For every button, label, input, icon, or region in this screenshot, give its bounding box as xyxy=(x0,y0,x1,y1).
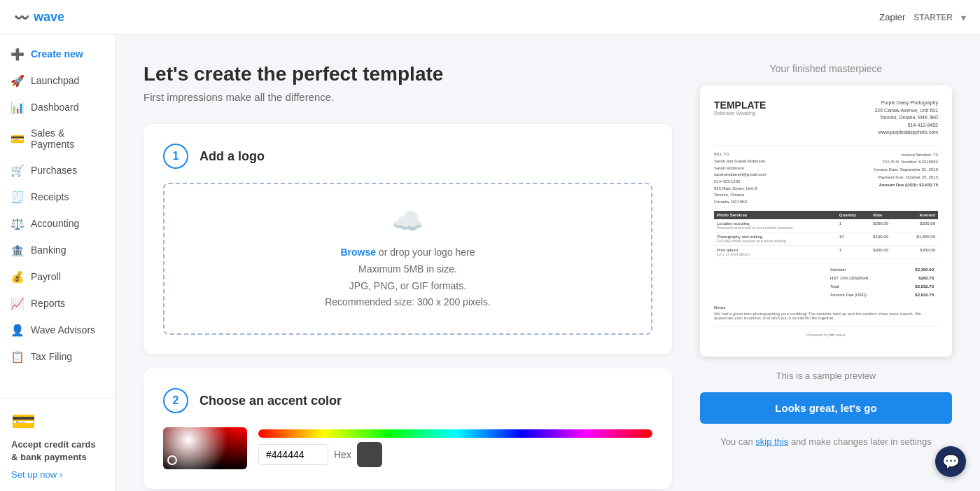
sidebar-nav: ➕ Create new 🚀 Launchpad 📊 Dashboard 💳 S… xyxy=(0,35,115,398)
page-subtitle: First impressions make all the differenc… xyxy=(144,91,672,103)
invoice-notes: Notes We had a great time photographing … xyxy=(714,305,938,320)
color-preview-swatch[interactable] xyxy=(357,442,382,467)
color-gradient-picker[interactable] xyxy=(163,427,247,469)
step-2-number: 2 xyxy=(163,388,188,413)
setup-link[interactable]: Set up now › xyxy=(11,469,104,480)
sidebar-item-receipts[interactable]: 🧾 Receipts xyxy=(0,184,115,210)
cart-icon: 🛒 xyxy=(11,164,24,177)
chat-button[interactable]: 💬 xyxy=(935,446,966,477)
wave-logo-icon: 〰️ xyxy=(14,10,29,25)
company-name: Purple Daisy Photography xyxy=(874,99,938,107)
dashboard-icon: 📊 xyxy=(11,101,24,113)
bill-to-label: BILL TO xyxy=(714,151,823,158)
invoice-client-name: Robinson Wedding xyxy=(714,111,766,116)
sidebar-item-banking[interactable]: 🏦 Banking xyxy=(0,237,115,263)
color-spectrum-area: Hex xyxy=(258,429,652,467)
bill-to-email: sarahanddaniel@gmail.com xyxy=(714,172,823,179)
hue-slider[interactable] xyxy=(258,429,652,438)
skip-link[interactable]: skip this xyxy=(755,436,788,447)
sidebar-item-purchases[interactable]: 🛒 Purchases xyxy=(0,157,115,184)
sidebar-item-launchpad[interactable]: 🚀 Launchpad xyxy=(0,67,115,94)
sidebar: ➕ Create new 🚀 Launchpad 📊 Dashboard 💳 S… xyxy=(0,35,115,491)
upload-formats: JPG, PNG, or GIF formats. xyxy=(349,280,466,291)
company-website: www.purpledaisyphoto.com xyxy=(874,129,938,137)
chat-icon: 💬 xyxy=(942,453,960,470)
sidebar-item-wave-advisors[interactable]: 👤 Wave Advisors xyxy=(0,317,115,343)
invoice-info-grid: BILL TO Sarah and Daniel Robinson Sarah … xyxy=(714,151,938,206)
sidebar-item-create-new[interactable]: ➕ Create new xyxy=(0,41,115,67)
sidebar-item-label: Purchases xyxy=(31,165,77,176)
sidebar-item-label: Reports xyxy=(31,298,65,309)
header: 〰️ wave Zapier STARTER ▾ xyxy=(0,0,980,35)
looks-great-button[interactable]: Looks great, let's go xyxy=(700,392,952,424)
sidebar-item-dashboard[interactable]: 📊 Dashboard xyxy=(0,94,115,120)
step-2-card: 2 Choose an accent color Hex xyxy=(144,368,672,489)
sample-preview-text: This is a sample preview xyxy=(700,371,952,381)
sidebar-item-label: Create new xyxy=(31,48,83,60)
sidebar-item-label: Wave Advisors xyxy=(31,324,95,336)
payment-icon: 💳 xyxy=(11,410,104,433)
logo-upload-dropzone[interactable]: ☁️ Browse or drop your logo here Maximum… xyxy=(163,183,652,335)
plan-badge: STARTER xyxy=(913,13,953,22)
account-dropdown-chevron[interactable]: ▾ xyxy=(961,12,966,23)
sidebar-item-tax-filing[interactable]: 📋 Tax Filing xyxy=(0,343,115,370)
line-1-service: Location scoutingResearch and travel to … xyxy=(714,219,836,233)
sidebar-item-label: Tax Filing xyxy=(31,351,72,362)
invoice-company-info: Purple Daisy Photography 226 Carlaw Aven… xyxy=(874,99,938,137)
sidebar-item-payroll[interactable]: 💰 Payroll xyxy=(0,263,115,290)
bill-to-contact: Sarah Robinson xyxy=(714,165,823,172)
company-phone: 514-412-8492 xyxy=(874,122,938,130)
reports-icon: 📈 xyxy=(11,297,24,310)
line-item-1: Location scoutingResearch and travel to … xyxy=(714,219,938,233)
invoice-preview-panel: Your finished masterpiece TEMPLATE Robin… xyxy=(700,63,952,463)
template-setup-content: Let's create the perfect template First … xyxy=(144,63,672,463)
preview-title: Your finished masterpiece xyxy=(700,63,952,74)
invoice-line-items-table: Photo Services Quantity Rate Amount Loca… xyxy=(714,211,938,259)
col-qty: Quantity xyxy=(836,211,871,219)
line-3-qty: 1 xyxy=(836,246,871,259)
upload-cloud-icon: ☁️ xyxy=(392,207,424,236)
invoice-preview: TEMPLATE Robinson Wedding Purple Daisy P… xyxy=(700,85,952,357)
line-item-2: Photography and editingFull-day photo se… xyxy=(714,233,938,246)
sidebar-item-sales-payments[interactable]: 💳 Sales & Payments xyxy=(0,120,115,157)
invoice-meta-section: Invoice Number: 72 P.O./S.O. Number: KJS… xyxy=(829,151,938,206)
skip-suffix: and make changes later in settings xyxy=(788,436,932,447)
hex-input-row: Hex xyxy=(258,442,652,467)
sidebar-item-label: Launchpad xyxy=(31,75,79,86)
sidebar-item-accounting[interactable]: ⚖️ Accounting xyxy=(0,210,115,237)
line-2-qty: 10 xyxy=(836,233,871,246)
skip-prefix: You can xyxy=(720,436,755,447)
col-amount: Amount xyxy=(902,211,938,219)
invoice-title-area: TEMPLATE Robinson Wedding xyxy=(714,99,766,116)
powered-by: Powered by 〰️ wave xyxy=(714,326,938,343)
rocket-icon: 🚀 xyxy=(11,74,24,87)
arrow-icon: › xyxy=(59,469,62,480)
sidebar-item-label: Payroll xyxy=(31,271,61,282)
hex-input[interactable] xyxy=(258,444,328,465)
app-layout: ➕ Create new 🚀 Launchpad 📊 Dashboard 💳 S… xyxy=(0,35,980,491)
logo-area: 〰️ wave xyxy=(14,10,64,25)
payroll-icon: 💰 xyxy=(11,270,24,283)
sidebar-item-label: Sales & Payments xyxy=(31,127,104,150)
line-2-service: Photography and editingFull-day photo se… xyxy=(714,233,836,246)
sidebar-item-reports[interactable]: 📈 Reports xyxy=(0,290,115,317)
main-content-area: Let's create the perfect template First … xyxy=(115,35,980,491)
po-number-row: P.O./S.O. Number: KJS25094 xyxy=(829,158,938,166)
sidebar-footer: 💳 Accept credit cards & bank payments Se… xyxy=(0,398,115,491)
subtotal-row: Subtotal $2,350.00 xyxy=(827,266,937,273)
line-2-amount: $1,800.00 xyxy=(902,233,938,246)
browse-link[interactable]: Browse xyxy=(340,247,376,258)
invoice-header: TEMPLATE Robinson Wedding Purple Daisy P… xyxy=(714,99,938,137)
upload-instructions: Browse or drop your logo here Maximum 5M… xyxy=(325,244,491,311)
step-1-header: 1 Add a logo xyxy=(163,144,652,169)
line-1-amount: $200.00 xyxy=(902,219,938,233)
total-row: Total $2,632.75 xyxy=(827,283,937,290)
invoice-date-row: Invoice Date: September 31, 2015 xyxy=(829,166,938,174)
line-3-rate: $350.00 xyxy=(870,246,902,259)
invoice-template-label: TEMPLATE xyxy=(714,99,766,111)
line-3-service: Print album12 x 17 print album xyxy=(714,246,836,259)
amount-due-final-row: Amount Due (USD): $2,632.75 xyxy=(827,291,937,298)
notes-text: We had a great time photographing your w… xyxy=(714,312,938,320)
advisor-icon: 👤 xyxy=(11,324,24,336)
bill-to-phone: 514-423-1235 xyxy=(714,179,823,186)
